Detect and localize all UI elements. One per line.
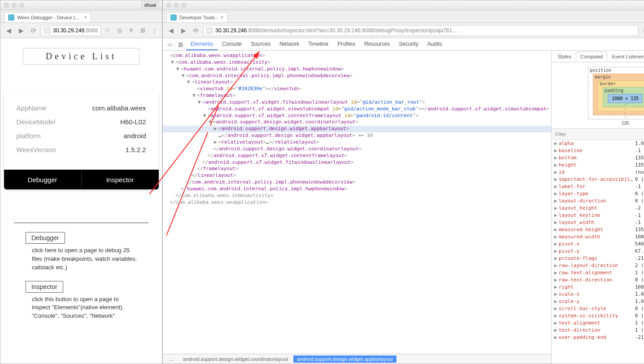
property-row[interactable]: ▶right1080 [552,284,644,291]
property-row[interactable]: ▶raw-text-direction0 (INHERIT… [552,276,644,284]
dom-node[interactable]: ▼<android.support.design.widget.coordina… [163,119,551,126]
property-row[interactable]: ▶private-flags-2120205008… [552,255,644,262]
property-row[interactable]: ▶pivot-y67.5 [552,248,644,255]
url-input[interactable]: 30.30.29.246:8088 [41,25,101,36]
property-row[interactable]: ▶layer-type0 (NONE) [552,190,644,197]
star-icon[interactable]: ☆ [103,26,113,35]
property-row[interactable]: ▶layout_keyline-1 [552,212,644,219]
ext-icon[interactable]: ✳ [126,26,136,35]
dom-node[interactable]: …</android.support.design.widget.appbarl… [163,132,551,139]
traffic-max[interactable] [182,3,187,8]
dom-node[interactable]: ▼<huawei.com.android.internal.policy.imp… [163,66,551,73]
dom-node[interactable]: </huawei.com.android.internal.policy.imp… [163,186,551,193]
devtools-tab-network[interactable]: Network [275,39,304,50]
dom-node[interactable]: </com.alibaba.weex.indexactivity> [163,193,551,199]
styles-tab-styles[interactable]: Styles [553,52,576,61]
computed-properties[interactable]: ▶alpha1.0▶baseline-1▶bottom135▶height135… [552,140,644,364]
traffic-min[interactable] [12,3,17,8]
devtools-tab-elements[interactable]: Elements [186,39,218,50]
forward-button[interactable]: ▶ [178,25,189,36]
property-row[interactable]: ▶alpha1.0 [552,140,644,147]
property-row[interactable]: ▶pivot-x540.0 [552,241,644,248]
property-row[interactable]: ▶baseline-1 [552,147,644,154]
property-row[interactable]: ▶bottom135 [552,154,644,162]
dom-node[interactable]: ▶<relativelayout>…</relativelayout> [163,139,551,146]
dom-node[interactable]: ▶<android.support.design.widget.appbarla… [163,126,551,132]
star-icon[interactable]: ☆ [640,26,644,35]
inspect-icon[interactable]: ▭ [165,39,174,49]
menu-icon[interactable]: ⋮ [149,26,159,35]
breadcrumb-item[interactable]: … [165,355,178,363]
dom-node[interactable]: <android.support.v7.widget.viewstubcompa… [163,106,551,113]
property-row[interactable]: ▶important-for-accessibilit…0 (auto) [552,176,644,183]
property-row[interactable]: ▶raw-layout-direction2 (INHERIT… [552,262,644,269]
traffic-min[interactable] [174,3,179,8]
dom-node[interactable]: <com.alibaba.weex.wxapplication> [163,53,551,59]
filter-input[interactable]: Filter [555,132,566,137]
url-input[interactable]: 30.30.29.246:8088/devtools/inspector.htm… [203,25,638,36]
device-toggle-icon[interactable]: ▥ [175,39,185,49]
browser-tab[interactable]: Developer Tools - × [166,12,227,22]
styles-tab-event-listeners[interactable]: Event Listeners [607,52,644,61]
dom-node[interactable]: </android.support.v7.widget.contentframe… [163,153,551,159]
user-badge[interactable]: shuai [141,1,159,9]
close-icon[interactable]: × [221,14,224,21]
styles-tab-computed[interactable]: Computed [576,52,608,61]
dom-node[interactable]: ▼<android.support.v7.widget.contentframe… [163,113,551,119]
dom-node[interactable]: </framelayout> [163,166,551,172]
property-row[interactable]: ▶scale-x1.0 [552,291,644,298]
property-row[interactable]: ▶measured-height135 [552,226,644,233]
dom-node[interactable]: </com.alibaba.weex.wxapplication> [163,199,551,206]
property-row[interactable]: ▶user-padding-end-214748364… [552,334,644,341]
devtools-tab-audits[interactable]: Audits [423,39,447,50]
property-row[interactable]: ▶layout_height-2 (WRAP_C… [552,205,644,212]
devtools-tab-timeline[interactable]: Timeline [304,39,333,50]
dom-node[interactable]: ▼<framelayout> [163,92,551,99]
property-row[interactable]: ▶measured-width1080 [552,233,644,241]
breadcrumb[interactable]: …android.support.design.widget.coordinat… [163,354,551,364]
ext-icon[interactable]: ⊞ [138,26,148,35]
devtools-tab-profiles[interactable]: Profiles [333,39,360,50]
dom-node[interactable]: </linearlayout> [163,172,551,179]
property-row[interactable]: ▶layout-direction0 (RESOLVE… [552,197,644,205]
property-row[interactable]: ▶label-for-1 [552,183,644,190]
devtools-tab-security[interactable]: Security [395,39,423,50]
browser-tab[interactable]: Weex Debugger - Device L… × [4,12,91,22]
dom-node[interactable]: ▼<com.alibaba.weex.indexactivity> [163,59,551,66]
breadcrumb-item[interactable]: android.support.design.widget.appbarlayo… [293,355,396,363]
traffic-close[interactable] [4,3,9,8]
traffic-close[interactable] [166,3,171,8]
devtools-tab-sources[interactable]: Sources [246,39,275,50]
reload-button[interactable]: ⟳ [191,25,201,36]
property-row[interactable]: ▶text-alignment1 (GRAVITY… [552,320,644,327]
devtools-tab-console[interactable]: Console [218,39,246,50]
traffic-max[interactable] [19,3,24,8]
back-button[interactable]: ◀ [165,25,176,36]
close-icon[interactable]: × [84,14,87,21]
devtools-tab-resources[interactable]: Resources [360,39,394,50]
reload-button[interactable]: ⟳ [28,25,39,36]
property-row[interactable]: ▶height135 [552,162,644,169]
property-row[interactable]: ▶scroll-bar-style0 (INSIDE_… [552,305,644,312]
inspector-button[interactable]: Inspector [82,170,159,189]
property-row[interactable]: ▶system-ui-visibility0 (SYSTEM_… [552,312,644,320]
back-button[interactable]: ◀ [3,25,14,36]
dom-node[interactable]: </android.support.v7.widget.fitwindowsli… [163,159,551,166]
dom-node[interactable]: </android.support.design.widget.coordina… [163,146,551,153]
dom-node[interactable]: ▼<com.android.internal.policy.impl.phone… [163,73,551,79]
debugger-button[interactable]: Debugger [4,170,82,189]
help-button[interactable]: Inspector [26,281,63,293]
dom-tree[interactable]: <com.alibaba.weex.wxapplication>▼<com.al… [163,51,551,354]
property-row[interactable]: ▶text-direction1 (FIRST_S… [552,327,644,334]
ext-icon[interactable]: ◎ [114,26,124,35]
property-row[interactable]: ▶scale-y1.0 [552,298,644,305]
forward-button[interactable]: ▶ [16,25,26,36]
dom-node[interactable]: <viewstub id="#102030e"></viewstub> [163,86,551,92]
property-row[interactable]: ▶raw-text-alignment1 (GRAVITY… [552,269,644,276]
dom-node[interactable]: </com.android.internal.policy.impl.phone… [163,179,551,186]
help-button[interactable]: Debugger [26,232,65,244]
breadcrumb-item[interactable]: android.support.design.widget.coordinato… [179,355,292,363]
property-row[interactable]: ▶id(none) [552,169,644,176]
dom-node[interactable]: ▼<android.support.v7.widget.fitwindowsli… [163,99,551,106]
dom-node[interactable]: ▼<linearlayout> [163,79,551,86]
